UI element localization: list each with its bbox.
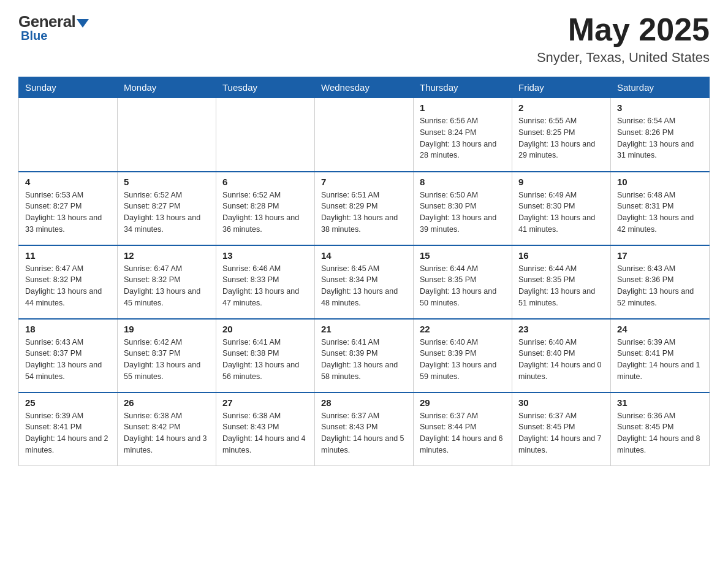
day-info: Sunrise: 6:46 AM Sunset: 8:33 PM Dayligh… (222, 263, 308, 309)
day-number: 20 (222, 324, 308, 334)
calendar-week-row: 25Sunrise: 6:39 AM Sunset: 8:41 PM Dayli… (19, 393, 710, 466)
calendar-cell: 27Sunrise: 6:38 AM Sunset: 8:43 PM Dayli… (216, 393, 315, 466)
calendar-week-row: 18Sunrise: 6:43 AM Sunset: 8:37 PM Dayli… (19, 319, 710, 393)
calendar-cell: 28Sunrise: 6:37 AM Sunset: 8:43 PM Dayli… (315, 393, 414, 466)
day-number: 4 (25, 177, 111, 187)
day-info: Sunrise: 6:41 AM Sunset: 8:38 PM Dayligh… (222, 337, 308, 383)
day-number: 6 (222, 177, 308, 187)
day-info: Sunrise: 6:36 AM Sunset: 8:45 PM Dayligh… (617, 410, 703, 456)
title-block: May 2025 Snyder, Texas, United States (537, 12, 710, 66)
day-info: Sunrise: 6:48 AM Sunset: 8:31 PM Dayligh… (617, 190, 703, 236)
calendar-table: SundayMondayTuesdayWednesdayThursdayFrid… (18, 77, 710, 466)
calendar-cell: 24Sunrise: 6:39 AM Sunset: 8:41 PM Dayli… (611, 319, 710, 393)
day-number: 2 (518, 102, 604, 113)
day-info: Sunrise: 6:37 AM Sunset: 8:43 PM Dayligh… (321, 410, 407, 456)
day-info: Sunrise: 6:55 AM Sunset: 8:25 PM Dayligh… (518, 115, 604, 161)
page-header: General Blue May 2025 Snyder, Texas, Uni… (18, 12, 710, 66)
calendar-cell: 4Sunrise: 6:53 AM Sunset: 8:27 PM Daylig… (19, 172, 118, 245)
calendar-cell: 17Sunrise: 6:43 AM Sunset: 8:36 PM Dayli… (611, 245, 710, 319)
calendar-cell: 29Sunrise: 6:37 AM Sunset: 8:44 PM Dayli… (414, 393, 512, 466)
calendar-cell: 6Sunrise: 6:52 AM Sunset: 8:28 PM Daylig… (216, 172, 315, 245)
day-info: Sunrise: 6:39 AM Sunset: 8:41 PM Dayligh… (617, 337, 703, 383)
day-number: 18 (25, 324, 111, 334)
calendar-title: May 2025 (537, 12, 710, 47)
calendar-week-row: 1Sunrise: 6:56 AM Sunset: 8:24 PM Daylig… (19, 98, 710, 172)
day-number: 13 (222, 250, 308, 261)
day-info: Sunrise: 6:42 AM Sunset: 8:37 PM Dayligh… (124, 337, 210, 383)
day-number: 25 (25, 397, 111, 408)
day-info: Sunrise: 6:49 AM Sunset: 8:30 PM Dayligh… (518, 190, 604, 236)
calendar-cell: 18Sunrise: 6:43 AM Sunset: 8:37 PM Dayli… (19, 319, 118, 393)
day-number: 29 (420, 397, 506, 408)
calendar-cell: 31Sunrise: 6:36 AM Sunset: 8:45 PM Dayli… (611, 393, 710, 466)
calendar-cell: 25Sunrise: 6:39 AM Sunset: 8:41 PM Dayli… (19, 393, 118, 466)
day-info: Sunrise: 6:56 AM Sunset: 8:24 PM Dayligh… (420, 115, 506, 161)
day-info: Sunrise: 6:40 AM Sunset: 8:40 PM Dayligh… (518, 337, 604, 383)
day-info: Sunrise: 6:40 AM Sunset: 8:39 PM Dayligh… (420, 337, 506, 383)
day-number: 19 (124, 324, 210, 334)
calendar-week-row: 4Sunrise: 6:53 AM Sunset: 8:27 PM Daylig… (19, 172, 710, 245)
weekday-header-tuesday: Tuesday (216, 77, 315, 98)
calendar-cell: 7Sunrise: 6:51 AM Sunset: 8:29 PM Daylig… (315, 172, 414, 245)
day-number: 3 (617, 102, 703, 113)
day-info: Sunrise: 6:41 AM Sunset: 8:39 PM Dayligh… (321, 337, 407, 383)
calendar-cell (315, 98, 414, 172)
day-info: Sunrise: 6:39 AM Sunset: 8:41 PM Dayligh… (25, 410, 111, 456)
day-info: Sunrise: 6:52 AM Sunset: 8:28 PM Dayligh… (222, 190, 308, 236)
day-number: 8 (420, 177, 506, 187)
calendar-cell: 15Sunrise: 6:44 AM Sunset: 8:35 PM Dayli… (414, 245, 512, 319)
calendar-cell: 16Sunrise: 6:44 AM Sunset: 8:35 PM Dayli… (512, 245, 611, 319)
calendar-cell: 19Sunrise: 6:42 AM Sunset: 8:37 PM Dayli… (118, 319, 216, 393)
calendar-week-row: 11Sunrise: 6:47 AM Sunset: 8:32 PM Dayli… (19, 245, 710, 319)
day-info: Sunrise: 6:51 AM Sunset: 8:29 PM Dayligh… (321, 190, 407, 236)
day-number: 27 (222, 397, 308, 408)
calendar-cell: 12Sunrise: 6:47 AM Sunset: 8:32 PM Dayli… (118, 245, 216, 319)
calendar-cell: 21Sunrise: 6:41 AM Sunset: 8:39 PM Dayli… (315, 319, 414, 393)
calendar-cell: 5Sunrise: 6:52 AM Sunset: 8:27 PM Daylig… (118, 172, 216, 245)
calendar-cell: 3Sunrise: 6:54 AM Sunset: 8:26 PM Daylig… (611, 98, 710, 172)
day-info: Sunrise: 6:37 AM Sunset: 8:44 PM Dayligh… (420, 410, 506, 456)
weekday-header-monday: Monday (118, 77, 216, 98)
calendar-cell: 23Sunrise: 6:40 AM Sunset: 8:40 PM Dayli… (512, 319, 611, 393)
calendar-cell: 14Sunrise: 6:45 AM Sunset: 8:34 PM Dayli… (315, 245, 414, 319)
day-number: 22 (420, 324, 506, 334)
calendar-cell: 11Sunrise: 6:47 AM Sunset: 8:32 PM Dayli… (19, 245, 118, 319)
logo-blue-text: Blue (21, 29, 47, 43)
day-info: Sunrise: 6:43 AM Sunset: 8:36 PM Dayligh… (617, 263, 703, 309)
calendar-cell: 30Sunrise: 6:37 AM Sunset: 8:45 PM Dayli… (512, 393, 611, 466)
calendar-cell: 2Sunrise: 6:55 AM Sunset: 8:25 PM Daylig… (512, 98, 611, 172)
calendar-cell: 8Sunrise: 6:50 AM Sunset: 8:30 PM Daylig… (414, 172, 512, 245)
calendar-cell (216, 98, 315, 172)
day-number: 10 (617, 177, 703, 187)
calendar-cell: 20Sunrise: 6:41 AM Sunset: 8:38 PM Dayli… (216, 319, 315, 393)
calendar-header-row: SundayMondayTuesdayWednesdayThursdayFrid… (19, 77, 710, 98)
day-info: Sunrise: 6:47 AM Sunset: 8:32 PM Dayligh… (124, 263, 210, 309)
weekday-header-friday: Friday (512, 77, 611, 98)
day-number: 24 (617, 324, 703, 334)
weekday-header-saturday: Saturday (611, 77, 710, 98)
weekday-header-sunday: Sunday (19, 77, 118, 98)
day-info: Sunrise: 6:37 AM Sunset: 8:45 PM Dayligh… (518, 410, 604, 456)
day-info: Sunrise: 6:44 AM Sunset: 8:35 PM Dayligh… (420, 263, 506, 309)
calendar-cell: 22Sunrise: 6:40 AM Sunset: 8:39 PM Dayli… (414, 319, 512, 393)
day-info: Sunrise: 6:43 AM Sunset: 8:37 PM Dayligh… (25, 337, 111, 383)
day-info: Sunrise: 6:52 AM Sunset: 8:27 PM Dayligh… (124, 190, 210, 236)
day-number: 17 (617, 250, 703, 261)
day-number: 12 (124, 250, 210, 261)
calendar-cell (19, 98, 118, 172)
weekday-header-wednesday: Wednesday (315, 77, 414, 98)
calendar-cell: 26Sunrise: 6:38 AM Sunset: 8:42 PM Dayli… (118, 393, 216, 466)
calendar-cell: 9Sunrise: 6:49 AM Sunset: 8:30 PM Daylig… (512, 172, 611, 245)
day-info: Sunrise: 6:50 AM Sunset: 8:30 PM Dayligh… (420, 190, 506, 236)
day-info: Sunrise: 6:38 AM Sunset: 8:43 PM Dayligh… (222, 410, 308, 456)
day-number: 23 (518, 324, 604, 334)
calendar-location: Snyder, Texas, United States (537, 50, 710, 66)
day-number: 14 (321, 250, 407, 261)
logo: General Blue (18, 12, 89, 43)
calendar-cell (118, 98, 216, 172)
day-number: 31 (617, 397, 703, 408)
day-info: Sunrise: 6:47 AM Sunset: 8:32 PM Dayligh… (25, 263, 111, 309)
day-number: 7 (321, 177, 407, 187)
day-number: 1 (420, 102, 506, 113)
day-number: 30 (518, 397, 604, 408)
